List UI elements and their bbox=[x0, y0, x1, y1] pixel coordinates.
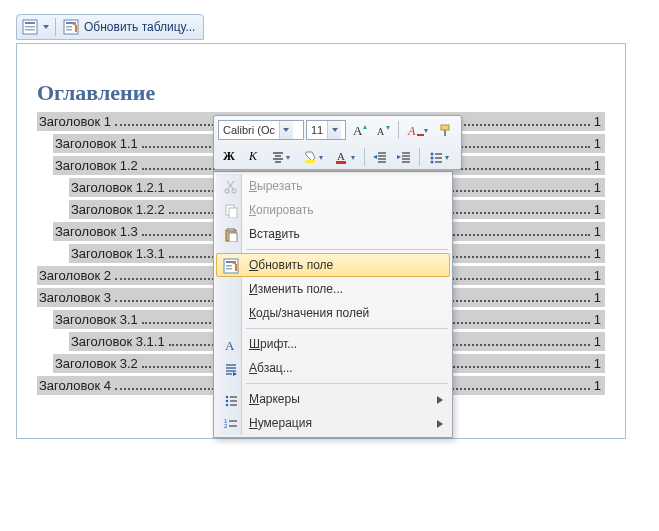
toc-entry-page: 1 bbox=[594, 222, 603, 241]
toc-entry-page: 1 bbox=[594, 332, 603, 351]
grow-font-button[interactable]: A bbox=[348, 120, 370, 140]
font-name-value: Calibri (Ос bbox=[219, 124, 279, 136]
highlight-button[interactable] bbox=[298, 147, 328, 167]
decrease-indent-button[interactable] bbox=[369, 147, 391, 167]
ctx-edit-field[interactable]: Изменить поле... bbox=[216, 277, 450, 301]
svg-rect-57 bbox=[229, 233, 237, 242]
svg-marker-76 bbox=[437, 396, 443, 404]
italic-button[interactable]: К bbox=[242, 147, 264, 167]
toc-entry-page: 1 bbox=[594, 178, 603, 197]
toolbar-separator bbox=[419, 148, 420, 166]
ctx-font-label: Шрифт... bbox=[249, 337, 431, 351]
toc-entry-label: Заголовок 1.2.2 bbox=[69, 200, 165, 219]
ribbon-separator bbox=[55, 18, 56, 36]
svg-rect-18 bbox=[417, 134, 424, 136]
svg-marker-36 bbox=[373, 155, 377, 159]
toc-entry-page: 1 bbox=[594, 134, 603, 153]
submenu-arrow-icon bbox=[437, 396, 443, 404]
toc-entry-label: Заголовок 3.1 bbox=[53, 310, 138, 329]
ctx-cut[interactable]: Вырезать bbox=[216, 174, 450, 198]
svg-marker-19 bbox=[424, 129, 428, 133]
toolbar-separator bbox=[398, 121, 399, 139]
shrink-font-button[interactable]: A bbox=[372, 120, 394, 140]
toc-entry-label: Заголовок 3 bbox=[37, 288, 111, 307]
format-painter-button[interactable] bbox=[435, 120, 457, 140]
font-size-combo[interactable]: 11 bbox=[306, 120, 346, 140]
toc-entry-label: Заголовок 4 bbox=[37, 376, 111, 395]
svg-point-70 bbox=[226, 396, 229, 399]
toc-entry-page: 1 bbox=[594, 200, 603, 219]
svg-marker-41 bbox=[397, 155, 401, 159]
bullets-button[interactable] bbox=[424, 147, 454, 167]
svg-rect-3 bbox=[25, 29, 35, 31]
context-menu-separator bbox=[246, 383, 448, 384]
font-size-value: 11 bbox=[307, 124, 327, 136]
ctx-copy[interactable]: Копировать bbox=[216, 198, 450, 222]
ctx-cut-label: Вырезать bbox=[249, 179, 431, 193]
update-table-icon[interactable] bbox=[62, 18, 80, 36]
numbering-icon: 12 bbox=[222, 415, 240, 433]
ctx-bullets[interactable]: Маркеры bbox=[216, 387, 450, 411]
svg-marker-81 bbox=[437, 420, 443, 428]
align-center-button[interactable] bbox=[266, 147, 296, 167]
bold-button[interactable]: Ж bbox=[218, 147, 240, 167]
font-color-button[interactable]: A bbox=[330, 147, 360, 167]
svg-rect-61 bbox=[226, 268, 232, 270]
toc-entry-page: 1 bbox=[594, 310, 603, 329]
ribbon-contextual-tab-bar: Обновить таблицу... bbox=[16, 14, 659, 44]
toc-entry-label: Заголовок 3.2 bbox=[53, 354, 138, 373]
svg-rect-20 bbox=[441, 125, 449, 130]
svg-rect-21 bbox=[444, 130, 446, 136]
font-name-combo[interactable]: Calibri (Ос bbox=[218, 120, 304, 140]
toc-entry-page: 1 bbox=[594, 244, 603, 263]
svg-rect-60 bbox=[226, 265, 232, 267]
submenu-arrow-icon bbox=[437, 420, 443, 428]
ctx-update-field[interactable]: Обновить поле bbox=[216, 253, 450, 277]
svg-point-71 bbox=[226, 400, 229, 403]
cut-icon bbox=[222, 178, 240, 196]
ctx-numbering-label: Нумерация bbox=[249, 416, 431, 430]
svg-marker-16 bbox=[386, 126, 390, 130]
ctx-paste-label: Вставить bbox=[249, 227, 431, 241]
increase-indent-button[interactable] bbox=[393, 147, 415, 167]
toc-gallery-icon[interactable] bbox=[21, 18, 39, 36]
ctx-font[interactable]: A Шрифт... bbox=[216, 332, 450, 356]
toc-ribbon-tab[interactable]: Обновить таблицу... bbox=[16, 14, 204, 40]
ctx-field-codes-label: Коды/значения полей bbox=[249, 306, 431, 320]
svg-rect-27 bbox=[305, 160, 315, 163]
toc-entry-label: Заголовок 1 bbox=[37, 112, 111, 131]
svg-marker-31 bbox=[351, 156, 355, 160]
svg-rect-8 bbox=[66, 29, 72, 31]
context-menu-separator bbox=[246, 249, 448, 250]
svg-point-44 bbox=[431, 160, 434, 163]
toc-gallery-dropdown-icon[interactable] bbox=[43, 24, 49, 30]
ctx-field-codes[interactable]: Коды/значения полей bbox=[216, 301, 450, 325]
ctx-paste[interactable]: Вставить bbox=[216, 222, 450, 246]
svg-text:2: 2 bbox=[224, 423, 228, 429]
toc-entry-label: Заголовок 1.2 bbox=[53, 156, 138, 175]
paragraph-icon bbox=[222, 360, 240, 378]
svg-marker-26 bbox=[286, 156, 290, 160]
svg-rect-1 bbox=[25, 22, 35, 24]
toc-entry-page: 1 bbox=[594, 376, 603, 395]
ctx-numbering[interactable]: 12 Нумерация bbox=[216, 411, 450, 435]
toc-entry-label: Заголовок 1.2.1 bbox=[69, 178, 165, 197]
svg-point-42 bbox=[431, 152, 434, 155]
chevron-down-icon[interactable] bbox=[279, 121, 293, 139]
svg-text:A: A bbox=[377, 126, 385, 137]
ctx-paragraph[interactable]: Абзац... bbox=[216, 356, 450, 380]
update-table-label[interactable]: Обновить таблицу... bbox=[84, 20, 195, 34]
update-field-icon bbox=[222, 257, 240, 275]
svg-marker-69 bbox=[233, 372, 237, 376]
context-menu: Вырезать Копировать Вставить Обновить по… bbox=[213, 171, 453, 438]
styles-button[interactable]: A bbox=[403, 120, 433, 140]
svg-text:A: A bbox=[353, 123, 363, 137]
toc-entry-label: Заголовок 1.3 bbox=[53, 222, 138, 241]
context-menu-separator bbox=[246, 328, 448, 329]
toc-entry-page: 1 bbox=[594, 266, 603, 285]
document-area: Оглавление Заголовок 11Заголовок 1.11Заг… bbox=[16, 43, 626, 439]
chevron-down-icon[interactable] bbox=[327, 121, 341, 139]
toc-entry-label: Заголовок 3.1.1 bbox=[69, 332, 165, 351]
mini-toolbar: Calibri (Ос 11 A A A Ж К A bbox=[213, 115, 462, 170]
toc-entry-label: Заголовок 1.1 bbox=[53, 134, 138, 153]
